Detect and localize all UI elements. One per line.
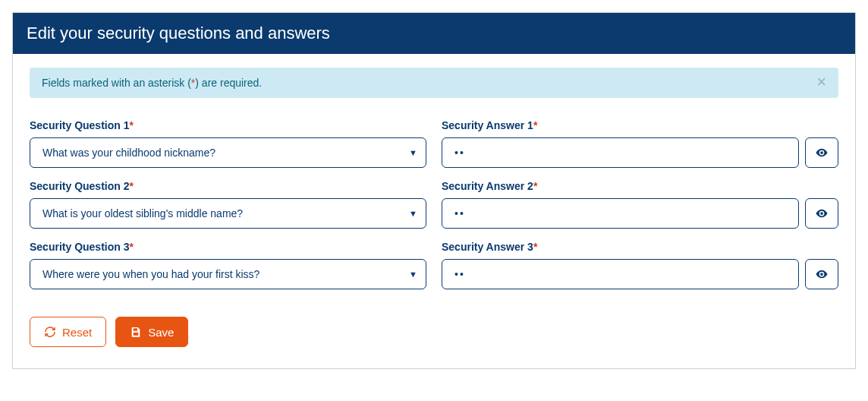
question-1-label: Security Question 1* [30, 119, 426, 131]
required-marker: * [129, 241, 133, 253]
panel-body: Fields marked with an asterisk (*) are r… [13, 54, 855, 368]
question-2-label: Security Question 2* [30, 180, 426, 192]
answer-2-label: Security Answer 2* [442, 180, 838, 192]
form-actions: Reset Save [30, 317, 838, 347]
question-3-group: Security Question 3* Where were you when… [30, 241, 426, 289]
close-icon: × [816, 72, 826, 91]
answer-3-label-text: Security Answer 3 [442, 241, 533, 253]
required-marker: * [129, 119, 133, 131]
question-2-label-text: Security Question 2 [30, 180, 129, 192]
answer-2-input[interactable] [442, 198, 799, 229]
eye-icon [815, 267, 829, 281]
answer-1-group: Security Answer 1* [442, 119, 838, 168]
question-1-select[interactable]: What was your childhood nickname? [30, 137, 426, 168]
question-2-group: Security Question 2* What is your oldest… [30, 180, 426, 229]
save-icon [130, 326, 142, 338]
page-title: Edit your security questions and answers [27, 24, 330, 43]
save-button-label: Save [148, 326, 174, 339]
eye-icon [815, 146, 829, 159]
alert-text-before: Fields marked with an asterisk ( [42, 77, 191, 89]
question-3-select[interactable]: Where were you when you had your first k… [30, 259, 426, 289]
answer-1-label: Security Answer 1* [442, 119, 838, 131]
required-marker: * [533, 241, 537, 253]
refresh-icon [44, 326, 56, 338]
question-1-group: Security Question 1* What was your child… [30, 119, 426, 168]
answer-2-group: Security Answer 2* [442, 180, 838, 229]
answer-3-group: Security Answer 3* [442, 241, 838, 289]
required-fields-alert: Fields marked with an asterisk (*) are r… [30, 68, 838, 98]
toggle-answer-3-visibility[interactable] [805, 259, 838, 289]
reset-button[interactable]: Reset [30, 317, 106, 347]
eye-icon [815, 207, 829, 220]
answer-3-label: Security Answer 3* [442, 241, 838, 253]
answer-1-label-text: Security Answer 1 [442, 119, 533, 131]
question-2-select[interactable]: What is your oldest sibling's middle nam… [30, 198, 426, 229]
security-questions-panel: Edit your security questions and answers… [12, 12, 856, 369]
answer-2-label-text: Security Answer 2 [442, 180, 533, 192]
toggle-answer-1-visibility[interactable] [805, 137, 838, 168]
answer-1-input[interactable] [442, 137, 799, 168]
panel-header: Edit your security questions and answers [13, 13, 855, 54]
question-1-label-text: Security Question 1 [30, 119, 129, 131]
alert-text-after: ) are required. [195, 77, 262, 89]
required-marker: * [129, 180, 133, 192]
alert-close-button[interactable]: × [812, 72, 831, 92]
required-marker: * [533, 180, 537, 192]
reset-button-label: Reset [62, 326, 92, 339]
form-grid: Security Question 1* What was your child… [30, 119, 838, 294]
required-marker: * [533, 119, 537, 131]
save-button[interactable]: Save [115, 317, 188, 347]
toggle-answer-2-visibility[interactable] [805, 198, 838, 229]
answer-3-input[interactable] [442, 259, 799, 289]
question-3-label-text: Security Question 3 [30, 241, 129, 253]
question-3-label: Security Question 3* [30, 241, 426, 253]
